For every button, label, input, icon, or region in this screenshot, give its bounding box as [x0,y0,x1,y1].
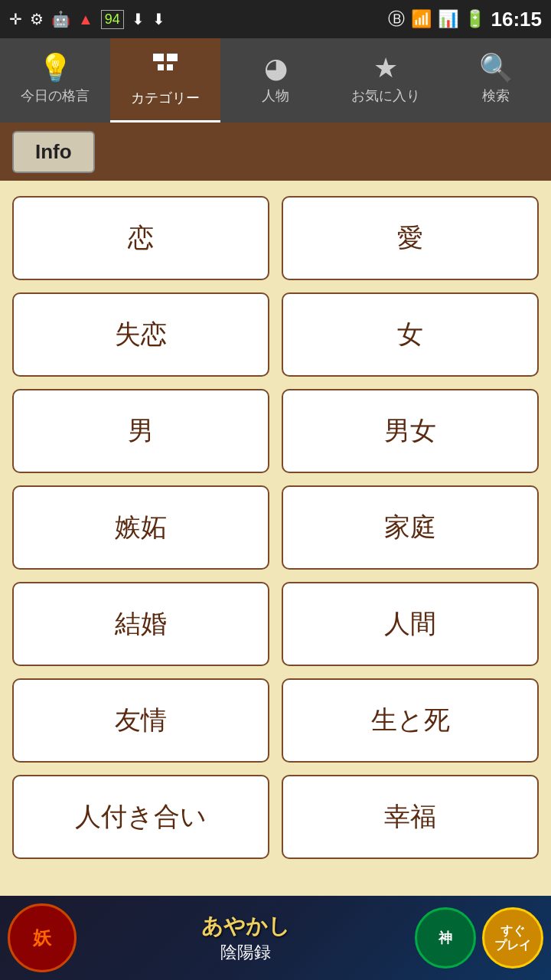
category-grid: 恋 愛 失恋 女 男 男女 嫉妬 家庭 結婚 人間 友情 生と死 人付き合い 幸… [0,181,551,874]
usb-icon: ⚙ [30,10,44,28]
wifi-icon: 📶 [411,9,432,29]
tab-favorites-label: お気に入り [351,87,420,105]
ad-badge-shin: 神 [415,907,476,969]
category-family[interactable]: 家庭 [282,485,539,570]
category-love1[interactable]: 恋 [12,196,269,280]
battery94-icon: 94 [101,10,124,29]
tab-search-label: 検索 [482,87,510,105]
tab-category-label: カテゴリー [131,89,200,107]
download2-icon: ⬇ [152,10,165,28]
svg-rect-3 [167,64,173,70]
status-time: 16:15 [491,8,543,31]
tab-people[interactable]: ◕ 人物 [220,38,331,122]
svg-rect-1 [167,54,178,61]
info-bar: Info [0,122,551,181]
category-man[interactable]: 男 [12,389,269,473]
ad-banner[interactable]: 妖 あやかし 陰陽録 神 すぐプレイ [0,896,551,980]
ad-badge-youkai: 妖 [8,903,77,972]
ad-play-text: すぐプレイ [494,923,531,952]
star-icon: ★ [373,54,398,82]
bluetooth-icon: Ⓑ [388,8,405,31]
ad-content: 妖 あやかし 陰陽録 神 すぐプレイ [0,896,551,980]
alert-icon: ▲ [78,11,93,28]
bulb-icon: 💡 [38,54,73,82]
category-friendship[interactable]: 友情 [12,678,269,763]
signal-icon: 📊 [438,9,458,29]
pacman-icon: ◕ [264,54,288,82]
status-bar: ✛ ⚙ 🤖 ▲ 94 ⬇ ⬇ Ⓑ 📶 📊 🔋 16:15 [0,0,551,38]
svg-rect-2 [158,64,164,70]
tab-bar: 💡 今日の格言 カテゴリー ◕ 人物 ★ お気に入り 🔍 検索 [0,38,551,122]
category-marriage[interactable]: 結婚 [12,582,269,666]
category-socializing[interactable]: 人付き合い [12,775,269,859]
ad-subtitle: 陰陽録 [220,941,271,964]
category-happiness[interactable]: 幸福 [282,775,539,859]
tab-category[interactable]: カテゴリー [110,38,220,122]
ad-shin-text: 神 [439,929,452,947]
tab-people-label: 人物 [262,87,289,105]
svg-rect-0 [153,54,164,61]
search-icon: 🔍 [479,54,514,82]
status-icons-right: Ⓑ 📶 📊 🔋 16:15 [388,8,543,31]
status-icons-left: ✛ ⚙ 🤖 ▲ 94 ⬇ ⬇ [9,10,165,29]
category-woman[interactable]: 女 [282,292,539,377]
tab-daily-label: 今日の格言 [21,87,90,105]
plus-icon: ✛ [9,10,22,28]
category-lifedeath[interactable]: 生と死 [282,678,539,763]
category-jealousy[interactable]: 嫉妬 [12,485,269,570]
battery-icon: 🔋 [465,9,485,29]
category-heartbreak[interactable]: 失恋 [12,292,269,377]
category-love2[interactable]: 愛 [282,196,539,280]
tab-favorites[interactable]: ★ お気に入り [331,38,441,122]
ad-play-button[interactable]: すぐプレイ [482,907,543,969]
tab-search[interactable]: 🔍 検索 [441,38,551,122]
category-couple[interactable]: 男女 [282,389,539,473]
info-button[interactable]: Info [12,131,95,173]
ad-youkai-text: 妖 [33,926,51,950]
category-human[interactable]: 人間 [282,582,539,666]
ad-middle: あやかし 陰陽録 [77,912,415,964]
tab-daily[interactable]: 💡 今日の格言 [0,38,110,122]
android-icon: 🤖 [51,10,70,28]
ad-title: あやかし [201,912,290,941]
download-icon: ⬇ [132,10,145,28]
grid-icon [152,52,179,84]
